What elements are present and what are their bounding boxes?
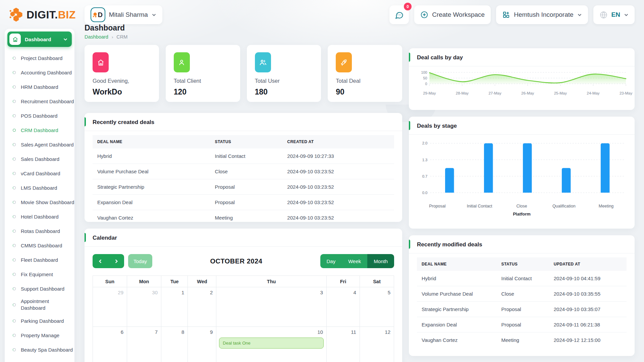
sidebar-item-hrm-dashboard[interactable]: HRM Dashboard	[7, 80, 72, 94]
calendar-day-cell[interactable]: 9	[188, 327, 216, 362]
globe-icon	[599, 11, 608, 19]
calendar-day-cell[interactable]: 8	[161, 327, 188, 362]
sidebar-item-property-manage[interactable]: Property Manage	[7, 328, 72, 343]
bullet-icon	[13, 100, 16, 103]
chat-bubble-icon	[395, 10, 404, 19]
bullet-icon	[13, 172, 16, 175]
table-row: HybridInitial Contact2024-09-09 10:27:33	[93, 148, 394, 164]
breadcrumb-dashboard-link[interactable]: Dashboard	[85, 34, 108, 40]
brand-name: DIGIT.BIZ	[26, 9, 76, 21]
sidebar-item-sales-agent-dashboard[interactable]: Sales Agent Dashboard	[7, 137, 72, 152]
deal-calls-by-day-card: Deal calls by day 100500 29-May28-May27-…	[409, 48, 635, 110]
bullet-icon	[13, 303, 16, 306]
sidebar-item-accounting-dashboard[interactable]: Accounting Dashboard	[7, 65, 72, 80]
table-row: Strategic PartnershipProposal2024-09-10 …	[417, 302, 627, 317]
calendar-day-cell[interactable]: 11	[326, 327, 360, 362]
calendar-prev-button[interactable]	[93, 254, 108, 268]
svg-text:0.7: 0.7	[422, 174, 428, 178]
calendar-view-day[interactable]: Day	[320, 254, 342, 268]
calendar-event[interactable]: Deal task One	[219, 338, 324, 349]
home-icon	[93, 52, 109, 72]
stat-value: 90	[336, 87, 394, 97]
language-selector[interactable]: EN	[593, 5, 635, 24]
bullet-icon	[13, 143, 16, 146]
table-row: Volume Purchase DealClose2024-09-10 03:2…	[93, 164, 394, 179]
sidebar-item-hotel-dashboard[interactable]: Hotel Dashboard	[7, 209, 72, 224]
calendar-day-cell[interactable]: 2	[188, 287, 216, 327]
calendar-day-cell[interactable]: 12	[360, 327, 394, 362]
calendar-day-cell[interactable]: 3	[216, 287, 327, 327]
svg-text:0: 0	[425, 82, 427, 86]
bullet-icon	[13, 71, 16, 74]
calendar-day-cell[interactable]: 1	[161, 287, 188, 327]
company-name: Hemtush Incorporate	[514, 11, 573, 18]
calendar-day-cell[interactable]: 30	[127, 287, 161, 327]
calendar-day-cell[interactable]: 6	[93, 327, 127, 362]
sidebar-item-lms-dashboard[interactable]: LMS Dashboard	[7, 181, 72, 195]
stat-value: 180	[255, 87, 313, 97]
sidebar-item-crm-dashboard[interactable]: CRM Dashboard	[7, 123, 72, 137]
bullet-icon	[13, 319, 16, 322]
sidebar-item-fleet-dashboard[interactable]: Fleet Dashboard	[7, 253, 72, 267]
honeycomb-mini-icon	[93, 12, 97, 17]
messages-button[interactable]: 0	[389, 5, 409, 24]
sidebar-item-rotas-dashboard[interactable]: Rotas Dashboard	[7, 224, 72, 238]
bullet-icon	[13, 158, 16, 161]
section-title: Deal calls by day	[417, 54, 627, 61]
sidebar-item-project-dashboard[interactable]: Project Dashboard	[7, 51, 72, 65]
table-row: HybridInitial Contact2024-09-10 04:41:59	[417, 271, 627, 286]
deal-calls-chart: 100500	[416, 70, 627, 90]
category-label: Qualification	[543, 204, 585, 208]
category-label: Close	[501, 204, 543, 208]
x-tick-label: 29-May	[423, 91, 436, 95]
sidebar-item-pos-dashboard[interactable]: POS Dashboard	[7, 109, 72, 123]
sidebar-item-cmms-dashboard[interactable]: CMMS Dashboard	[7, 238, 72, 253]
bullet-icon	[13, 201, 16, 204]
chevron-down-icon	[63, 37, 68, 42]
stat-label: Good Evening,	[93, 78, 151, 84]
sidebar-item-appointment-dashboard[interactable]: Appointment Dashboard	[7, 296, 72, 314]
sidebar-item-sales-dashboard[interactable]: Sales Dashboard	[7, 152, 72, 166]
calendar-day-cell[interactable]: 10Deal task One	[216, 327, 327, 362]
bullet-icon	[13, 186, 16, 189]
svg-text:1.3: 1.3	[422, 158, 428, 162]
sidebar-item-fix-equipment[interactable]: Fix Equipment	[7, 267, 72, 282]
workspace-user-selector[interactable]: D Mitali Sharma	[85, 5, 162, 24]
chevron-down-icon	[577, 12, 582, 17]
calendar-view-month[interactable]: Month	[367, 254, 394, 268]
sidebar-item-beauty-spa-dashboard[interactable]: Beauty Spa Dashboard	[7, 343, 72, 357]
company-selector[interactable]: Hemtush Incorporate	[496, 5, 588, 24]
sidebar-item-dashboard-root[interactable]: Dashboard	[7, 32, 72, 47]
recently-modified-deals-card: Recently modified deals Deal Name Status…	[409, 235, 635, 356]
workspace-grid-icon	[502, 11, 510, 19]
calendar-day-cell[interactable]: 7	[127, 327, 161, 362]
user-icon	[174, 52, 190, 72]
calendar-day-number: 5	[360, 287, 394, 295]
sidebar-item-movie-show-dashboard[interactable]: Movie Show Dashboard	[7, 195, 72, 209]
calendar-next-button[interactable]	[108, 254, 124, 268]
sidebar-item-parking-dashboard[interactable]: Parking Dashboard	[7, 314, 72, 328]
calendar-day-number: 29	[93, 287, 127, 295]
brand-logo[interactable]: DIGIT.BIZ	[9, 7, 76, 22]
bullet-icon	[13, 230, 16, 233]
deals-by-stage-chart: 2.01.30.70.0	[416, 139, 627, 202]
calendar-card: Calendar Today OCTOBER 2024 Day	[85, 229, 402, 362]
breadcrumb-current: CRM	[116, 34, 127, 40]
create-workspace-button[interactable]: Create Workspace	[414, 5, 491, 24]
sidebar-item-vcard-dashboard[interactable]: vCard Dashboard	[7, 166, 72, 181]
table-row: Vaughan CortezMeeting2024-09-12 12:15:00	[417, 333, 627, 348]
calendar-day-header: Fri	[326, 276, 360, 287]
sidebar-item-recruitment-dashboard[interactable]: Recruitment Dashboard	[7, 94, 72, 109]
calendar-today-button[interactable]: Today	[128, 254, 152, 268]
calendar-day-number: 12	[360, 327, 394, 335]
rocket-icon	[336, 52, 352, 72]
table-row: Volume Purchase DealClose2024-09-10 03:3…	[417, 286, 627, 302]
calendar-view-week[interactable]: Week	[342, 254, 367, 268]
calendar-day-number: 8	[161, 327, 187, 335]
sidebar-item-support-dashboard[interactable]: Support Dashboard	[7, 282, 72, 296]
calendar-day-number: 9	[188, 327, 216, 335]
sidebar-item-facilities-dashboard[interactable]: Facilities Dashboard	[7, 357, 72, 362]
calendar-day-cell[interactable]: 29	[93, 287, 127, 327]
calendar-day-cell[interactable]: 5	[360, 287, 394, 327]
calendar-day-cell[interactable]: 4	[326, 287, 360, 327]
